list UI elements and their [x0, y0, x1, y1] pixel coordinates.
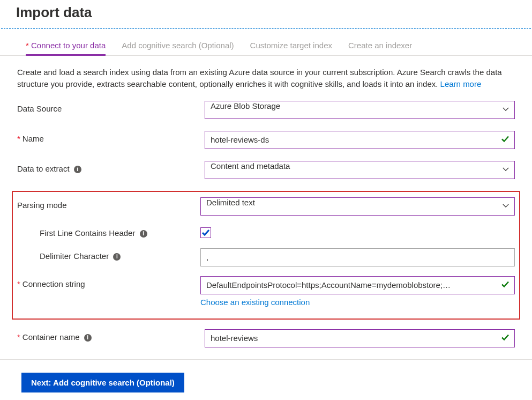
label-container-name: *Container name i [17, 329, 205, 342]
top-separator [1, 28, 531, 29]
next-button[interactable]: Next: Add cognitive search (Optional) [21, 373, 184, 392]
name-field[interactable] [205, 131, 515, 149]
tab-cognitive-search[interactable]: Add cognitive search (Optional) [122, 35, 234, 55]
label-data-source: Data Source [17, 101, 205, 113]
info-icon[interactable]: i [140, 230, 147, 238]
intro-text: Create and load a search index using dat… [0, 56, 532, 90]
tab-label: Connect to your data [31, 41, 106, 50]
row-first-line-header: First Line Contains Header i [17, 225, 515, 239]
tab-create-indexer[interactable]: Create an indexer [348, 35, 412, 55]
row-container-name: *Container name i [17, 329, 515, 347]
connection-string-field[interactable] [200, 276, 515, 294]
page-title: Import data [0, 0, 532, 28]
label-connection-string: *Connection string [17, 276, 200, 288]
first-line-header-checkbox[interactable] [200, 227, 211, 238]
label-name: *Name [17, 131, 205, 143]
learn-more-link[interactable]: Learn more [440, 79, 482, 88]
data-to-extract-select[interactable]: Content and metadata [205, 161, 515, 179]
info-icon[interactable]: i [84, 334, 92, 342]
label-delimiter: Delimiter Character i [17, 248, 200, 261]
label-first-line-header: First Line Contains Header i [17, 225, 200, 238]
data-source-form: Data Source Azure Blob Storage *Name Dat… [0, 90, 532, 347]
wizard-tabs: * Connect to your data Add cognitive sea… [0, 35, 532, 56]
label-parsing-mode: Parsing mode [17, 197, 200, 210]
label-data-to-extract: Data to extract i [17, 161, 205, 173]
row-parsing-mode: Parsing mode Delimited text [17, 197, 515, 216]
info-icon[interactable]: i [113, 253, 121, 261]
row-name: *Name [17, 131, 515, 149]
row-connection-string: *Connection string Choose an existing co… [17, 276, 515, 307]
row-data-source: Data Source Azure Blob Storage [17, 101, 515, 119]
intro-body: Create and load a search index using dat… [17, 68, 502, 88]
row-data-to-extract: Data to extract i Content and metadata [17, 161, 515, 179]
highlighted-section: Parsing mode Delimited text First Line C… [12, 191, 520, 320]
container-name-field[interactable] [205, 329, 515, 347]
parsing-mode-select[interactable]: Delimited text [200, 197, 515, 216]
wizard-footer: Next: Add cognitive search (Optional) [0, 360, 532, 399]
choose-existing-connection-link[interactable]: Choose an existing connection [200, 298, 515, 307]
delimiter-field[interactable] [200, 248, 515, 266]
info-icon[interactable]: i [74, 166, 81, 173]
row-delimiter: Delimiter Character i [17, 248, 515, 266]
tab-connect-data[interactable]: * Connect to your data [26, 35, 106, 55]
tab-customize-index[interactable]: Customize target index [250, 35, 332, 55]
data-source-select[interactable]: Azure Blob Storage [205, 101, 515, 119]
